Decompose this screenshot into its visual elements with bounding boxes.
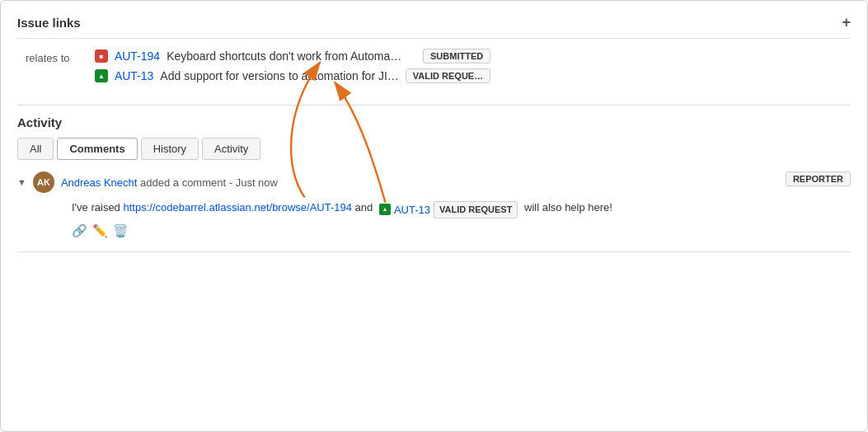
activity-title: Activity [17,115,62,129]
issue-links-header: Issue links + [17,14,851,39]
comment-text-before: I've raised [72,201,123,214]
inline-issue-key[interactable]: AUT-13 [394,202,430,218]
comment-text-middle: and [355,201,376,214]
linked-issue-row: AUT-13 Add support for versions to autom… [95,68,490,83]
linked-issue-row: AUT-194 Keyboard shortcuts don't work fr… [95,49,490,63]
comment-text-after: will also help here! [524,201,612,214]
issue-status-submitted[interactable]: SUBMITTED [423,49,490,63]
issue-links-body: relates to AUT-194 Keyboard shortcuts do… [17,49,851,88]
issue-type-icon-red [95,49,108,63]
inline-issue-ref: AUT-13 VALID REQUEST [379,201,518,218]
comment-meta: Andreas Knecht added a comment - Just no… [61,176,278,189]
comment-author[interactable]: Andreas Knecht [61,176,138,189]
relates-to-label: relates to [26,49,91,64]
comment-collapse-icon[interactable]: ▼ [17,177,26,187]
issue-status-valid[interactable]: VALID REQUE… [406,68,490,83]
link-icon[interactable]: 🔗 [72,223,87,238]
linked-issues-list: AUT-194 Keyboard shortcuts don't work fr… [95,49,490,88]
avatar: AK [33,171,54,193]
activity-section: Activity All Comments History Activity ▼… [17,105,851,238]
comment-actions: 🔗 ✏️ 🗑️ [17,223,851,238]
tab-activity[interactable]: Activity [202,138,260,160]
tab-all[interactable]: All [17,138,54,160]
inline-status-badge: VALID REQUEST [434,201,518,218]
issue-summary-aut13: Add support for versions to automation f… [160,69,398,82]
issue-key-aut13[interactable]: AUT-13 [115,69,153,82]
comment-link-aut194[interactable]: https://codebarrel.atlassian.net/browse/… [123,201,351,214]
bottom-border [17,251,851,252]
tab-comments[interactable]: Comments [57,138,137,160]
tab-history[interactable]: History [141,138,199,160]
issue-links-title: Issue links [17,16,81,30]
inline-issue-type-icon [379,204,391,215]
comment-body: I've raised https://codebarrel.atlassian… [17,200,851,218]
issue-summary-aut194: Keyboard shortcuts don't work from Autom… [167,49,401,63]
reporter-badge: REPORTER [786,171,851,186]
activity-tabs: All Comments History Activity [17,138,851,160]
edit-icon[interactable]: ✏️ [92,223,108,238]
comment-row-left: ▼ AK Andreas Knecht added a comment - Ju… [17,171,278,193]
delete-icon[interactable]: 🗑️ [113,223,129,238]
add-issue-link-button[interactable]: + [842,14,851,31]
comment-action: added a comment - Just now [140,176,278,189]
page-wrapper: Issue links + relates to AUT-194 Keyboar… [1,1,867,265]
comment-header-row: ▼ AK Andreas Knecht added a comment - Ju… [17,171,851,193]
issue-key-aut194[interactable]: AUT-194 [115,49,160,63]
issue-type-icon-green [95,69,108,82]
